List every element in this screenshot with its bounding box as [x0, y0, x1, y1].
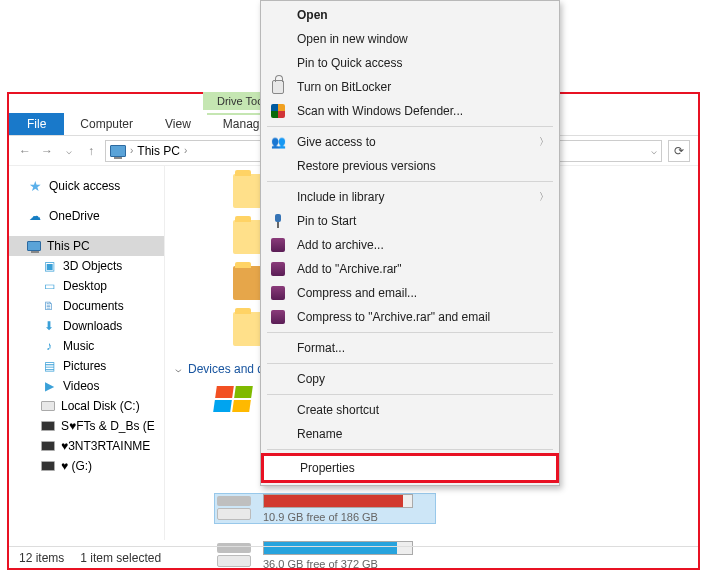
this-pc-icon — [27, 241, 41, 251]
archive-icon — [269, 308, 287, 326]
nav-pictures[interactable]: ▤Pictures — [9, 356, 164, 376]
nav-videos[interactable]: ▶Videos — [9, 376, 164, 396]
documents-icon: 🗎 — [41, 299, 57, 313]
menu-label: Pin to Quick access — [297, 56, 402, 70]
menu-compress-rar-email[interactable]: Compress to "Archive.rar" and email — [261, 305, 559, 329]
menu-rename[interactable]: Rename — [261, 422, 559, 446]
forward-button[interactable]: → — [39, 143, 55, 159]
drive-icon — [215, 496, 253, 522]
drive-selected[interactable]: 10.9 GB free of 186 GB — [215, 494, 435, 523]
nav-label: Desktop — [63, 279, 107, 293]
nav-this-pc[interactable]: This PC — [9, 236, 164, 256]
nav-label: Pictures — [63, 359, 106, 373]
menu-label: Properties — [300, 461, 355, 475]
menu-format[interactable]: Format... — [261, 336, 559, 360]
pictures-icon: ▤ — [41, 359, 57, 373]
music-icon: ♪ — [41, 339, 57, 353]
menu-label: Format... — [297, 341, 345, 355]
menu-label: Open — [297, 8, 328, 22]
tab-computer[interactable]: Computer — [64, 113, 149, 135]
menu-compress-email[interactable]: Compress and email... — [261, 281, 559, 305]
drive-icon — [41, 461, 55, 471]
up-button[interactable]: ↑ — [83, 143, 99, 159]
nav-label: This PC — [47, 239, 90, 253]
menu-label: Compress to "Archive.rar" and email — [297, 310, 490, 324]
menu-bitlocker[interactable]: Turn on BitLocker — [261, 75, 559, 99]
usage-bar — [263, 494, 413, 508]
menu-give-access[interactable]: 👥Give access to〉 — [261, 130, 559, 154]
menu-include-library[interactable]: Include in library〉 — [261, 185, 559, 209]
menu-separator — [267, 181, 553, 182]
nav-3d-objects[interactable]: ▣3D Objects — [9, 256, 164, 276]
nav-drive-g[interactable]: ♥ (G:) — [9, 456, 164, 476]
lock-icon — [269, 78, 287, 96]
menu-restore-versions[interactable]: Restore previous versions — [261, 154, 559, 178]
chevron-right-icon: › — [184, 145, 187, 156]
menu-label: Include in library — [297, 190, 384, 204]
status-bar: 12 items 1 item selected — [9, 546, 698, 568]
menu-label: Rename — [297, 427, 342, 441]
chevron-down-icon[interactable]: ⌵ — [651, 145, 657, 156]
nav-label: Documents — [63, 299, 124, 313]
nav-music[interactable]: ♪Music — [9, 336, 164, 356]
drive-free-text: 10.9 GB free of 186 GB — [263, 511, 435, 523]
navigation-pane: ★Quick access ☁OneDrive This PC ▣3D Obje… — [9, 166, 165, 540]
download-icon: ⬇ — [41, 319, 57, 333]
status-selection-count: 1 item selected — [80, 551, 161, 565]
menu-add-rar[interactable]: Add to "Archive.rar" — [261, 257, 559, 281]
menu-separator — [267, 394, 553, 395]
cube-icon: ▣ — [41, 259, 57, 273]
status-item-count: 12 items — [19, 551, 64, 565]
menu-label: Copy — [297, 372, 325, 386]
tab-view[interactable]: View — [149, 113, 207, 135]
recent-dropdown-icon[interactable]: ⌵ — [61, 143, 77, 159]
nav-label: 3D Objects — [63, 259, 122, 273]
menu-label: Add to archive... — [297, 238, 384, 252]
nav-downloads[interactable]: ⬇Downloads — [9, 316, 164, 336]
archive-icon — [269, 284, 287, 302]
menu-defender[interactable]: Scan with Windows Defender... — [261, 99, 559, 123]
menu-label: Open in new window — [297, 32, 408, 46]
nav-desktop[interactable]: ▭Desktop — [9, 276, 164, 296]
back-button[interactable]: ← — [17, 143, 33, 159]
menu-label: Turn on BitLocker — [297, 80, 391, 94]
chevron-right-icon: 〉 — [539, 135, 549, 149]
menu-separator — [267, 449, 553, 450]
share-icon: 👥 — [269, 133, 287, 151]
nav-drive-e[interactable]: S♥FTs & D_Bs (E — [9, 416, 164, 436]
chevron-right-icon: 〉 — [539, 190, 549, 204]
nav-quick-access[interactable]: ★Quick access — [9, 176, 164, 196]
breadcrumb[interactable]: This PC — [137, 144, 180, 158]
nav-label: Downloads — [63, 319, 122, 333]
menu-label: Give access to — [297, 135, 376, 149]
nav-onedrive[interactable]: ☁OneDrive — [9, 206, 164, 226]
menu-pin-start[interactable]: Pin to Start — [261, 209, 559, 233]
archive-icon — [269, 236, 287, 254]
drive-icon — [41, 441, 55, 451]
nav-documents[interactable]: 🗎Documents — [9, 296, 164, 316]
nav-drive-f[interactable]: ♥3NT3RTAINME — [9, 436, 164, 456]
videos-icon: ▶ — [41, 379, 57, 393]
menu-separator — [267, 126, 553, 127]
nav-label: Quick access — [49, 179, 120, 193]
desktop-icon: ▭ — [41, 279, 57, 293]
star-icon: ★ — [27, 179, 43, 193]
nav-label: S♥FTs & D_Bs (E — [61, 419, 155, 433]
menu-open-new-window[interactable]: Open in new window — [261, 27, 559, 51]
menu-label: Scan with Windows Defender... — [297, 104, 463, 118]
menu-properties[interactable]: Properties — [261, 453, 559, 483]
pin-icon — [269, 212, 287, 230]
menu-pin-quick-access[interactable]: Pin to Quick access — [261, 51, 559, 75]
refresh-button[interactable]: ⟳ — [668, 140, 690, 162]
menu-copy[interactable]: Copy — [261, 367, 559, 391]
menu-add-archive[interactable]: Add to archive... — [261, 233, 559, 257]
cloud-icon: ☁ — [27, 209, 43, 223]
file-tab[interactable]: File — [9, 113, 64, 135]
menu-open[interactable]: Open — [261, 3, 559, 27]
menu-create-shortcut[interactable]: Create shortcut — [261, 398, 559, 422]
nav-local-disk-c[interactable]: Local Disk (C:) — [9, 396, 164, 416]
shield-icon — [269, 102, 287, 120]
menu-label: Compress and email... — [297, 286, 417, 300]
drive-icon — [41, 421, 55, 431]
this-pc-icon — [110, 145, 126, 157]
